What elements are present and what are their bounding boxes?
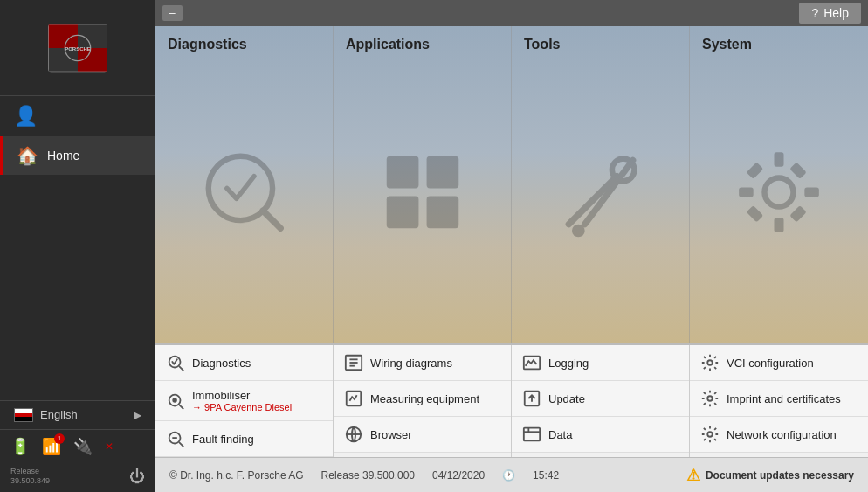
menu-item-measuring-equipment[interactable]: Measuring equipment [334, 381, 511, 417]
copyright-text: © Dr. Ing. h.c. F. Porsche AG [169, 469, 304, 482]
version-text: Release 39.500.849 [10, 467, 50, 487]
help-button[interactable]: ? Help [799, 3, 861, 24]
svg-line-29 [179, 405, 183, 409]
svg-point-16 [572, 224, 585, 237]
measuring-equipment-menu-label: Measuring equipment [370, 392, 500, 405]
wifi-badge: 1 [54, 433, 65, 444]
svg-rect-19 [775, 218, 784, 232]
diagnostics-menu-icon [166, 353, 185, 372]
header-bar: – ? Help [155, 0, 868, 26]
svg-line-15 [584, 160, 632, 224]
svg-point-47 [707, 360, 713, 365]
update-menu-icon [522, 389, 541, 408]
wiring-diagrams-menu-label: Wiring diagrams [370, 357, 500, 370]
svg-point-17 [765, 177, 794, 206]
browser-menu-label: Browser [370, 428, 500, 441]
language-selector[interactable]: English ▶ [0, 400, 155, 429]
menu-item-fault-finding[interactable]: Fault finding [155, 421, 333, 457]
diagnostics-hero-tile[interactable]: Diagnostics [155, 26, 334, 343]
diagnostics-title: Diagnostics [168, 37, 247, 52]
fault-finding-menu-icon [166, 429, 185, 448]
time-text: 15:42 [533, 469, 559, 482]
diagnostics-icon [196, 144, 293, 244]
footer-warning: ⚠ Document updates necessary [686, 466, 854, 485]
measuring-equipment-menu-icon [344, 389, 363, 408]
menu-item-imprint[interactable]: Imprint and certificates [690, 381, 868, 417]
release-text: Release 39.500.000 [321, 469, 415, 482]
network-config-menu-icon [700, 425, 720, 444]
vci-config-menu-label: VCI configuration [727, 357, 858, 370]
browser-menu-icon [344, 425, 363, 444]
hero-area: Diagnostics Applications [155, 26, 868, 345]
menu-item-network-config[interactable]: Network configuration [690, 417, 868, 453]
data-menu-label: Data [548, 428, 679, 441]
home-nav-item[interactable]: 🏠 Home [0, 136, 155, 175]
menu-area: Diagnostics Immobiliser → 9PA Cayenne Di… [155, 345, 868, 457]
svg-line-27 [179, 366, 183, 371]
immobiliser-menu-icon [166, 392, 185, 411]
svg-rect-44 [524, 428, 540, 441]
applications-title: Applications [346, 37, 430, 52]
user-icon-row[interactable]: 👤 [0, 96, 155, 136]
vci-config-menu-icon [700, 353, 720, 372]
svg-text:PORSCHE: PORSCHE [65, 46, 91, 52]
tools-hero-tile[interactable]: Tools [512, 26, 690, 343]
sidebar: PORSCHE 👤 🏠 Home English ▶ 🔋 📶 1 🔌 ✕ Rel… [0, 0, 155, 492]
menu-item-logging[interactable]: Logging [512, 345, 689, 381]
menu-item-data[interactable]: Data [512, 417, 689, 453]
home-icon: 🏠 [17, 145, 38, 166]
data-menu-icon [522, 425, 541, 444]
menu-item-update[interactable]: Update [512, 381, 689, 417]
svg-rect-24 [789, 162, 806, 178]
imprint-menu-icon [700, 389, 720, 408]
network-config-menu-label: Network configuration [727, 428, 858, 441]
warning-text: Document updates necessary [706, 469, 854, 482]
menu-item-browser[interactable]: Browser [334, 417, 511, 453]
menu-item-vci-config[interactable]: VCI configuration [690, 345, 868, 381]
svg-point-48 [707, 396, 713, 401]
tools-title: Tools [524, 37, 560, 52]
svg-rect-23 [747, 205, 763, 222]
power-icon[interactable]: ⏻ [129, 468, 145, 486]
system-title: System [702, 37, 752, 52]
wiring-diagrams-menu-icon [344, 353, 363, 372]
update-menu-label: Update [548, 392, 679, 405]
system-icon [731, 144, 827, 244]
applications-icon [375, 144, 471, 244]
svg-rect-20 [739, 187, 754, 197]
svg-line-32 [179, 442, 183, 447]
applications-hero-tile[interactable]: Applications [334, 26, 512, 343]
wifi-status: 📶 1 [42, 437, 61, 456]
svg-rect-12 [426, 196, 458, 228]
svg-rect-10 [426, 156, 458, 188]
footer: © Dr. Ing. h.c. F. Porsche AG Release 39… [155, 457, 868, 492]
menu-item-diagnostics[interactable]: Diagnostics [155, 345, 333, 381]
svg-rect-18 [775, 152, 784, 167]
warning-icon: ⚠ [686, 466, 700, 485]
diagnostics-menu-col: Diagnostics Immobiliser → 9PA Cayenne Di… [155, 345, 334, 457]
status-icons-row: 🔋 📶 1 🔌 ✕ [0, 429, 155, 463]
svg-rect-9 [386, 156, 418, 188]
minimize-button[interactable]: – [162, 5, 183, 21]
svg-rect-11 [386, 196, 418, 228]
immobiliser-menu-label: Immobiliser → 9PA Cayenne Diesel [192, 389, 322, 412]
battery-icon: 🔋 [10, 437, 30, 456]
user-icon: 👤 [14, 105, 38, 128]
system-menu-col: VCI configuration Imprint and certificat… [690, 345, 868, 457]
logo-area: PORSCHE [0, 0, 155, 96]
immobiliser-sub-label: → 9PA Cayenne Diesel [192, 402, 322, 412]
menu-item-immobiliser[interactable]: Immobiliser → 9PA Cayenne Diesel [155, 381, 333, 421]
usb-error-icon: ✕ [105, 440, 114, 453]
svg-rect-22 [747, 162, 763, 178]
menu-item-wiring-diagrams[interactable]: Wiring diagrams [334, 345, 511, 381]
logging-menu-icon [522, 353, 541, 372]
tools-icon [553, 144, 649, 244]
porsche-logo-icon: PORSCHE [43, 17, 113, 79]
system-hero-tile[interactable]: System [690, 26, 868, 343]
fault-finding-menu-label: Fault finding [192, 433, 322, 446]
svg-rect-21 [804, 187, 819, 197]
applications-menu-col: Wiring diagrams Measuring equipment Brow… [334, 345, 512, 457]
svg-line-8 [263, 211, 280, 228]
clock-icon: 🕐 [502, 469, 515, 482]
language-label: English [40, 408, 78, 421]
